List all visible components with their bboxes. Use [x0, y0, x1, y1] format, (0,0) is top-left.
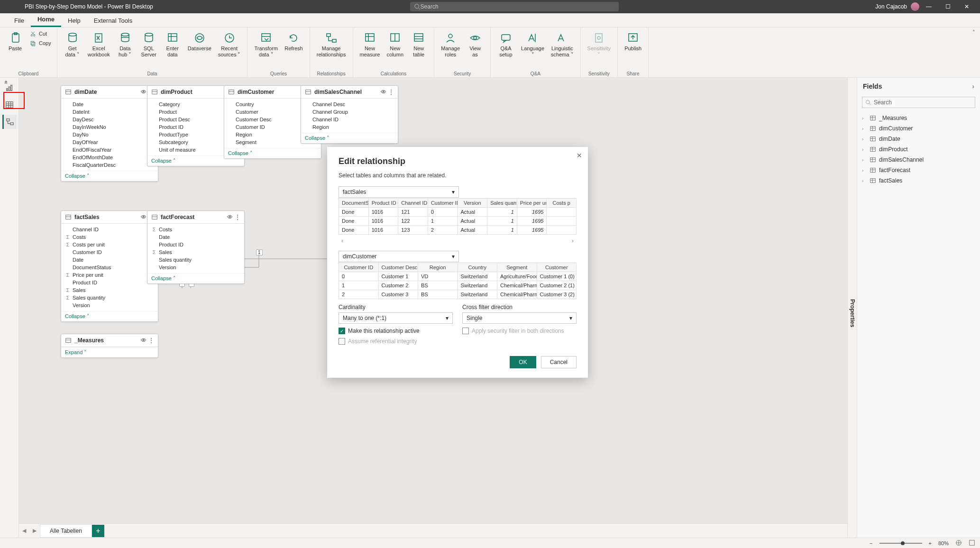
getdata-button[interactable]: Getdata ˅	[61, 29, 84, 60]
more-icon[interactable]: ⋮	[235, 214, 240, 220]
newcol-button[interactable]: Newcolumn	[384, 29, 406, 60]
visibility-icon[interactable]: 👁	[381, 89, 386, 95]
cancel-button[interactable]: Cancel	[541, 356, 577, 368]
table-field[interactable]: ΣCosts per unit	[65, 241, 154, 248]
zoom-in-button[interactable]: +	[929, 540, 932, 546]
collapse-toggle[interactable]: Collapse ˄	[301, 133, 398, 143]
dialog-close-button[interactable]: ✕	[577, 152, 582, 159]
newmeasure-button[interactable]: Newmeasure	[357, 29, 383, 60]
more-icon[interactable]: ⋮	[388, 89, 394, 95]
table-header[interactable]: _Measures👁⋮	[61, 334, 158, 347]
collapse-toggle[interactable]: Collapse ˄	[61, 171, 158, 181]
table-field[interactable]: Version	[151, 264, 240, 271]
field-table-factforecast[interactable]: ›factForecast	[862, 165, 975, 175]
copy-button[interactable]: Copy	[27, 39, 53, 48]
tabs-next[interactable]: ▶	[29, 528, 40, 534]
publish-button[interactable]: Publish	[622, 29, 644, 54]
table-card-measures[interactable]: _Measures👁⋮Expand ˅	[61, 334, 158, 358]
table-header-cell[interactable]: Product ID	[368, 199, 398, 208]
table-field[interactable]: Product ID	[65, 279, 154, 286]
table-header-cell[interactable]: Price per unit	[517, 199, 547, 208]
maximize-button[interactable]: ☐	[938, 3, 957, 10]
newtable-button[interactable]: Newtable	[407, 29, 430, 60]
table-header-cell[interactable]: Costs p	[547, 199, 577, 208]
table-field[interactable]: DateInt	[65, 108, 154, 116]
table-header[interactable]: factForecast👁⋮	[147, 211, 244, 224]
fit-to-page-icon[interactable]	[955, 539, 962, 547]
visibility-icon[interactable]: 👁	[141, 89, 147, 95]
table-header-cell[interactable]: Channel ID	[398, 199, 428, 208]
refresh-button[interactable]: Refresh	[282, 29, 306, 54]
sql-button[interactable]: SQLServer	[137, 29, 160, 60]
table-row[interactable]: 1Customer 2BSSwitzerlandChemical/Pharmac…	[339, 281, 577, 290]
table-field[interactable]: Customer ID	[65, 248, 154, 256]
table-header-cell[interactable]: Customer ID	[428, 199, 458, 208]
table-field[interactable]: DayDesc	[65, 116, 154, 123]
scroll-right-icon[interactable]: ›	[572, 237, 574, 244]
table-field[interactable]: DocumentStatus	[65, 264, 154, 271]
menu-tab-external-tools[interactable]: External Tools	[87, 14, 139, 27]
table-header-cell[interactable]: Customer	[537, 263, 577, 272]
transform-button[interactable]: Transformdata ˅	[251, 29, 281, 60]
field-table-dimproduct[interactable]: ›dimProduct	[862, 144, 975, 155]
table-card-factForecast[interactable]: factForecast👁⋮ΣCostsDateProduct IDΣSales…	[147, 210, 245, 284]
table-header-cell[interactable]: Country	[458, 263, 497, 272]
minimize-button[interactable]: —	[919, 3, 938, 10]
table-field[interactable]: ΣSales	[65, 286, 154, 294]
make-active-checkbox[interactable]: ✓ Make this relationship active	[339, 328, 453, 334]
table2-select[interactable]: dimCustomer ▾	[339, 251, 459, 262]
table-header-cell[interactable]: Region	[418, 263, 458, 272]
lang-button[interactable]: Language˅	[518, 29, 547, 60]
table-field[interactable]: Region	[305, 123, 394, 131]
table-field[interactable]: EndOfMonthDate	[65, 154, 154, 161]
viewas-button[interactable]: Viewas	[464, 29, 486, 60]
menu-tab-help[interactable]: Help	[61, 14, 87, 27]
collapse-toggle[interactable]: Collapse ˄	[224, 148, 321, 158]
scroll-left-icon[interactable]: ‹	[341, 237, 343, 244]
table-field[interactable]: Channel Group	[305, 108, 394, 116]
collapse-toggle[interactable]: Collapse ˄	[147, 273, 244, 283]
ok-button[interactable]: OK	[510, 356, 536, 368]
table-row[interactable]: 2Customer 3BSSwitzerlandChemical/Pharmac…	[339, 290, 577, 299]
table-field[interactable]: Date	[65, 256, 154, 264]
table-field[interactable]: Channel ID	[65, 226, 154, 233]
table-header-cell[interactable]: DocumentStatus	[339, 199, 369, 208]
ling-button[interactable]: Linguisticschema ˅	[548, 29, 577, 60]
cut-button[interactable]: Cut	[27, 29, 53, 39]
table-header[interactable]: factSales👁⋮	[61, 211, 158, 224]
table-row[interactable]: Done10161210Actual11695	[339, 208, 577, 217]
table-field[interactable]: Date	[65, 100, 154, 108]
table-field[interactable]: ΣSales	[151, 248, 240, 256]
paste-button[interactable]: Paste	[4, 29, 27, 54]
table-field[interactable]: ΣSales quantity	[65, 294, 154, 301]
fields-search[interactable]: Search	[862, 97, 975, 108]
table-header[interactable]: dimDate👁⋮	[61, 86, 158, 99]
field-table-factsales[interactable]: ›factSales	[862, 175, 975, 186]
add-tab-button[interactable]: +	[92, 525, 104, 537]
global-search[interactable]: Search	[410, 2, 619, 11]
table-header[interactable]: dimSalesChannel👁⋮	[301, 86, 398, 99]
visibility-icon[interactable]: 👁	[141, 337, 147, 344]
visibility-icon[interactable]: 👁	[141, 214, 147, 220]
table-header-cell[interactable]: Version	[458, 199, 487, 208]
table-card-factSales[interactable]: factSales👁⋮Channel IDΣCostsΣCosts per un…	[61, 210, 158, 322]
table2-preview[interactable]: Customer IDCustomer DescRegionCountrySeg…	[339, 263, 577, 299]
table-field[interactable]: FiscalQuarterDesc	[65, 161, 154, 169]
table-field[interactable]: Product ID	[151, 241, 240, 248]
table-field[interactable]: ΣCosts	[65, 233, 154, 241]
table-field[interactable]: Sales quantity	[151, 256, 240, 264]
table1-select[interactable]: factSales ▾	[339, 186, 459, 198]
table-header-cell[interactable]: Sales quantity	[487, 199, 517, 208]
close-button[interactable]: ✕	[957, 3, 976, 10]
table-row[interactable]: Done10161221Actual11695	[339, 217, 577, 226]
field-table-dimdate[interactable]: ›dimDate	[862, 134, 975, 144]
datahub-button[interactable]: Datahub ˅	[114, 29, 137, 60]
table-field[interactable]: ΣPrice per unit	[65, 271, 154, 279]
field-table-dimcustomer[interactable]: ›dimCustomer	[862, 123, 975, 134]
managerel-button[interactable]: Managerelationships	[314, 29, 349, 60]
user-menu[interactable]: Jon Cajacob	[875, 2, 919, 11]
data-view-button[interactable]	[2, 98, 17, 112]
zoom-slider[interactable]	[879, 543, 922, 544]
dataverse-button[interactable]: Dataverse	[185, 29, 214, 54]
tabs-prev[interactable]: ◀	[19, 528, 29, 534]
